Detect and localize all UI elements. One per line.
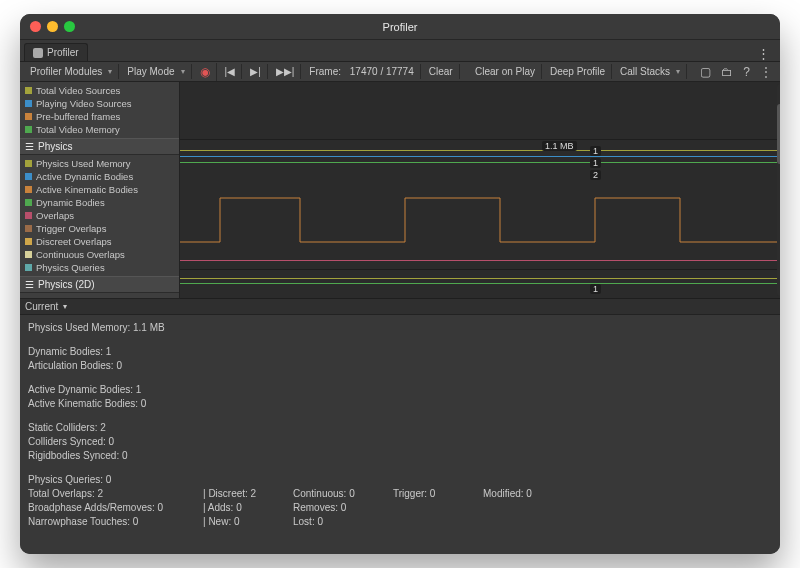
legend-item[interactable]: Trigger Overlaps [20,222,179,235]
maximize-icon[interactable] [64,21,75,32]
charts-panel[interactable]: 1.1 MB 1 1 2 1 [180,82,780,298]
record-button[interactable]: ◉ [194,63,217,81]
color-swatch [25,199,32,206]
detail-cell: | Discreet: 2 [203,487,293,501]
detail-cell: Broadphase Adds/Removes: 0 [28,501,203,515]
detail-line: Dynamic Bodies: 1 [28,345,772,359]
color-swatch [25,87,32,94]
frame-label: Frame: 17470 / 17774 [303,64,420,79]
window-title: Profiler [20,21,780,33]
help-icon[interactable]: ? [739,65,754,79]
num-badge: 2 [590,170,601,180]
legend-item[interactable]: Discreet Overlaps [20,235,179,248]
video-module: Total Video SourcesPlaying Video Sources… [20,82,179,138]
color-swatch [25,126,32,133]
legend-item[interactable]: Overlaps [20,209,179,222]
color-swatch [25,113,32,120]
color-swatch [25,264,32,271]
legend-item[interactable]: Playing Video Sources [20,97,179,110]
module-title: Physics [38,141,72,152]
legend-item[interactable]: Continuous Overlaps [20,248,179,261]
detail-cell [483,515,583,529]
legend-label: Playing Video Sources [36,97,131,110]
deep-profile-toggle[interactable]: Deep Profile [544,64,612,79]
module-title: Physics (2D) [38,279,95,290]
physics2d-module[interactable]: ☰Physics (2D) Total Bodies [20,276,179,298]
num-badge: 1 [590,146,601,156]
legend-label: Continuous Overlaps [36,248,125,261]
body: Total Video SourcesPlaying Video Sources… [20,82,780,554]
profiler-tab[interactable]: Profiler [24,43,88,61]
color-swatch [25,173,32,180]
legend-label: Physics Queries [36,261,105,274]
legend-label: Total Video Memory [36,123,120,136]
details-panel: Physics Used Memory: 1.1 MBDynamic Bodie… [20,315,780,554]
legend-item[interactable]: Total Bodies [20,295,179,298]
legend-item[interactable]: Active Kinematic Bodies [20,183,179,196]
legend-label: Total Bodies [36,295,88,298]
detail-line: Physics Queries: 0 [28,473,772,487]
tab-menu-icon[interactable]: ⋮ [751,46,776,61]
frame-label-text: Frame: [309,66,341,77]
scroll-thumb[interactable] [777,104,780,164]
chart-area: Total Video SourcesPlaying Video Sources… [20,82,780,299]
play-mode-dropdown[interactable]: Play Mode [121,64,191,79]
legend-label: Pre-buffered frames [36,110,120,123]
detail-line: Active Kinematic Bodies: 0 [28,397,772,411]
color-swatch [25,251,32,258]
legend-label: Physics Used Memory [36,157,131,170]
load-icon[interactable]: 🗀 [717,65,737,79]
detail-cell: | New: 0 [203,515,293,529]
legend-item[interactable]: Total Video Memory [20,123,179,136]
window-traffic-lights [30,21,75,32]
detail-line: Active Dynamic Bodies: 1 [28,383,772,397]
mem-badge: 1.1 MB [542,141,577,151]
record-icon: ◉ [200,65,210,79]
vertical-scrollbar[interactable] [777,84,780,296]
color-swatch [25,212,32,219]
detail-cell [483,501,583,515]
profiler-window: Profiler Profiler ⋮ Profiler Modules Pla… [20,14,780,554]
tabstrip: Profiler ⋮ [20,40,780,62]
detail-cell: Continuous: 0 [293,487,393,501]
titlebar: Profiler [20,14,780,40]
profiler-modules-dropdown[interactable]: Profiler Modules [24,64,119,79]
toolbar: Profiler Modules Play Mode ◉ |◀ ▶| ▶▶| F… [20,62,780,82]
tab-label: Profiler [47,47,79,58]
call-stacks-dropdown[interactable]: Call Stacks [614,64,687,79]
module-icon: ☰ [25,141,34,152]
detail-line: Physics Used Memory: 1.1 MB [28,321,772,335]
clear-on-play-toggle[interactable]: Clear on Play [469,64,542,79]
detail-line: Rigidbodies Synced: 0 [28,449,772,463]
legend-item[interactable]: Dynamic Bodies [20,196,179,209]
context-menu-icon[interactable]: ⋮ [756,65,776,79]
minimize-icon[interactable] [47,21,58,32]
num-badge: 1 [590,158,601,168]
detail-cell: Total Overlaps: 2 [28,487,203,501]
physics-module[interactable]: ☰Physics Physics Used MemoryActive Dynam… [20,138,179,276]
detail-cell: Modified: 0 [483,487,583,501]
detail-cell: | Adds: 0 [203,501,293,515]
save-icon[interactable]: ▢ [696,65,715,79]
clear-button[interactable]: Clear [423,64,460,79]
legend-item[interactable]: Total Video Sources [20,84,179,97]
num-badge: 1 [590,284,601,294]
module-icon: ☰ [25,279,34,290]
next-frame-button[interactable]: ▶| [244,64,268,79]
legend-label: Discreet Overlaps [36,235,112,248]
close-icon[interactable] [30,21,41,32]
latest-frame-button[interactable]: ▶▶| [270,64,302,79]
legend-item[interactable]: Physics Queries [20,261,179,274]
current-selector[interactable]: Current▾ [20,299,780,315]
frame-value: 17470 / 17774 [350,66,414,77]
legend-label: Trigger Overlaps [36,222,106,235]
prev-frame-button[interactable]: |◀ [219,64,243,79]
legend-label: Total Video Sources [36,84,120,97]
legend-item[interactable]: Pre-buffered frames [20,110,179,123]
profiler-icon [33,48,43,58]
detail-cell: Removes: 0 [293,501,393,515]
legend-item[interactable]: Active Dynamic Bodies [20,170,179,183]
color-swatch [25,160,32,167]
color-swatch [25,238,32,245]
legend-item[interactable]: Physics Used Memory [20,157,179,170]
